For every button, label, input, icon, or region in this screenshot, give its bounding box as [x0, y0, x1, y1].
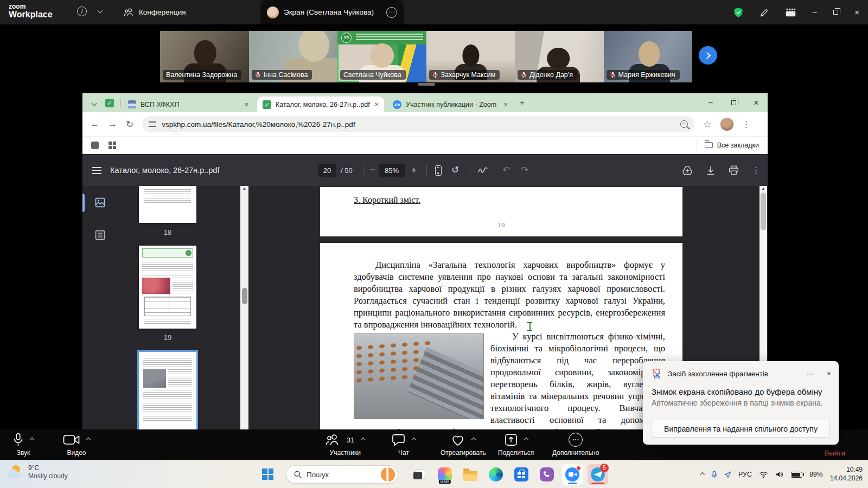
video-tile[interactable]: Захарчук Максим — [426, 31, 515, 82]
download-icon[interactable] — [706, 165, 716, 176]
edge-button[interactable] — [486, 464, 506, 485]
tab-screen-share[interactable]: Экран (Светлана Чуйкова) ⋯ — [260, 0, 404, 24]
restore-button[interactable] — [833, 10, 838, 15]
zoom-in-button[interactable]: + — [411, 165, 417, 176]
zoom-out-button[interactable]: − — [370, 165, 375, 176]
strip-drag-handle[interactable] — [418, 83, 435, 86]
close-tab-icon[interactable]: × — [374, 100, 379, 108]
tray-mic-icon[interactable] — [711, 471, 717, 479]
bookmark-app-icon[interactable] — [91, 142, 99, 149]
site-info-icon[interactable] — [149, 121, 156, 127]
page-number-input[interactable]: 20 — [318, 164, 336, 177]
thumbnail-page-19[interactable] — [139, 246, 196, 329]
new-tab-button[interactable]: + — [520, 98, 525, 107]
video-tile[interactable]: Діденко Дар'я — [515, 31, 604, 82]
close-button[interactable]: × — [854, 8, 859, 17]
task-view-button[interactable] — [409, 464, 430, 485]
thumbnail-page-20-selected[interactable] — [139, 352, 196, 429]
more-button[interactable]: ⋯ Дополнительно — [552, 432, 599, 457]
wifi-icon[interactable] — [759, 471, 768, 478]
react-options-chevron[interactable] — [471, 438, 476, 442]
browser-close-button[interactable]: × — [745, 93, 768, 112]
apps-grid-icon[interactable] — [786, 8, 796, 17]
video-tile[interactable]: Валентина Задорожна — [160, 31, 249, 82]
forward-icon[interactable]: → — [108, 119, 117, 130]
video-tile[interactable]: Мария Ержикевич — [604, 31, 693, 82]
chevron-down-icon[interactable] — [98, 8, 103, 14]
viber-button[interactable] — [537, 464, 557, 485]
next-participants-button[interactable] — [699, 46, 717, 65]
annotate-pencil-icon[interactable] — [760, 8, 769, 17]
browser-restore-button[interactable] — [722, 93, 745, 112]
tab-options-icon[interactable]: ⋯ — [386, 7, 397, 18]
reload-icon[interactable]: ↻ — [126, 119, 133, 130]
thumbnail-page-18[interactable] — [139, 186, 196, 223]
start-button[interactable] — [262, 468, 273, 480]
zoom-level-input[interactable]: 85% — [379, 164, 405, 177]
zoom-out-icon[interactable] — [680, 120, 688, 128]
rotate-icon[interactable]: ↺ — [451, 164, 459, 176]
tab-meeting[interactable]: Конференция — [124, 0, 186, 24]
tab-vsp[interactable]: ВСП ХФКХП × — [123, 97, 254, 112]
participants-button[interactable]: 31 Участники — [326, 432, 365, 457]
info-icon[interactable]: i — [77, 7, 87, 16]
weather-widget[interactable]: 9°C Mostly cloudy — [8, 464, 68, 480]
participants-options-chevron[interactable] — [361, 438, 365, 442]
share-button[interactable]: Поделиться — [498, 432, 534, 457]
bookmark-star-icon[interactable]: ☆ — [703, 119, 711, 130]
minimize-button[interactable]: − — [812, 8, 817, 17]
scroll-up-icon[interactable]: ▲ — [760, 186, 767, 191]
audio-button[interactable]: Звук — [13, 432, 34, 457]
notification-options-icon[interactable]: ⋯ — [807, 370, 814, 378]
chat-options-chevron[interactable] — [412, 438, 416, 442]
leave-button[interactable]: Выйти — [825, 449, 846, 457]
close-tab-icon[interactable]: × — [244, 100, 248, 108]
close-tab-icon[interactable]: × — [503, 100, 508, 108]
file-explorer-button[interactable] — [460, 464, 481, 485]
browser-minimize-button[interactable]: − — [699, 93, 722, 112]
battery-icon[interactable] — [791, 472, 802, 478]
clock[interactable]: 10:49 14.04.2026 — [830, 466, 863, 483]
pdf-menu-icon[interactable] — [92, 167, 101, 174]
print-icon[interactable] — [729, 165, 739, 175]
thumbnail-scrollbar[interactable]: ▲ — [240, 186, 248, 429]
store-button[interactable] — [511, 464, 532, 485]
language-indicator[interactable]: РУС — [738, 471, 752, 478]
video-button[interactable]: Видео — [63, 432, 90, 457]
telegram-button[interactable]: 5 — [588, 464, 608, 485]
fit-to-page-icon[interactable] — [435, 165, 442, 176]
redo-icon[interactable]: ↷ — [521, 164, 528, 176]
back-icon[interactable]: ← — [90, 119, 99, 130]
video-options-chevron[interactable] — [86, 438, 91, 442]
pdf-more-icon[interactable]: ⋮ — [752, 165, 760, 175]
copilot-button[interactable]: M365 — [435, 464, 455, 485]
tab-zoom-web[interactable]: zm Участник публикации - Zoom × — [387, 97, 513, 112]
browser-menu-icon[interactable]: ⋮ — [742, 119, 751, 130]
tab-search-icon[interactable] — [88, 97, 100, 109]
green-check-icon[interactable]: ✓ — [105, 99, 114, 107]
share-options-chevron[interactable] — [524, 438, 528, 442]
save-to-drive-icon[interactable] — [682, 165, 693, 176]
chat-button[interactable]: Чат — [392, 432, 416, 457]
audio-options-chevron[interactable] — [30, 438, 34, 442]
volume-icon[interactable] — [775, 471, 784, 478]
markup-share-button[interactable]: Виправлення та надання спільного доступу — [652, 420, 830, 438]
bookmark-grid-icon[interactable] — [108, 142, 116, 149]
search-box[interactable]: Пошук — [286, 465, 398, 484]
profile-avatar[interactable] — [720, 118, 733, 131]
url-field[interactable]: vspkhp.com.ua/files/Каталог,%20молоко,%2… — [142, 116, 694, 132]
scroll-up-icon[interactable]: ▲ — [240, 186, 248, 191]
react-button[interactable]: Отреагировать — [441, 432, 486, 457]
tab-pdf-active[interactable]: ✓ Каталог, молоко, 26-27н.р..pdf × — [257, 97, 384, 112]
hidden-icons-chevron[interactable] — [700, 472, 705, 477]
thumbnails-panel-icon[interactable] — [94, 197, 106, 210]
zoom-app-button[interactable] — [562, 464, 583, 485]
security-shield-icon[interactable] — [733, 7, 743, 18]
location-arrow-icon[interactable] — [724, 471, 731, 478]
outline-panel-icon[interactable] — [94, 229, 106, 243]
notification-close-icon[interactable]: × — [827, 369, 831, 378]
undo-icon[interactable]: ↶ — [502, 164, 510, 176]
video-tile[interactable]: Інна Сасімова — [249, 31, 338, 82]
url-text[interactable]: vspkhp.com.ua/files/Каталог,%20молоко,%2… — [162, 120, 675, 129]
video-tile-active-speaker[interactable]: 95 Светлана Чуйкова — [337, 31, 426, 82]
